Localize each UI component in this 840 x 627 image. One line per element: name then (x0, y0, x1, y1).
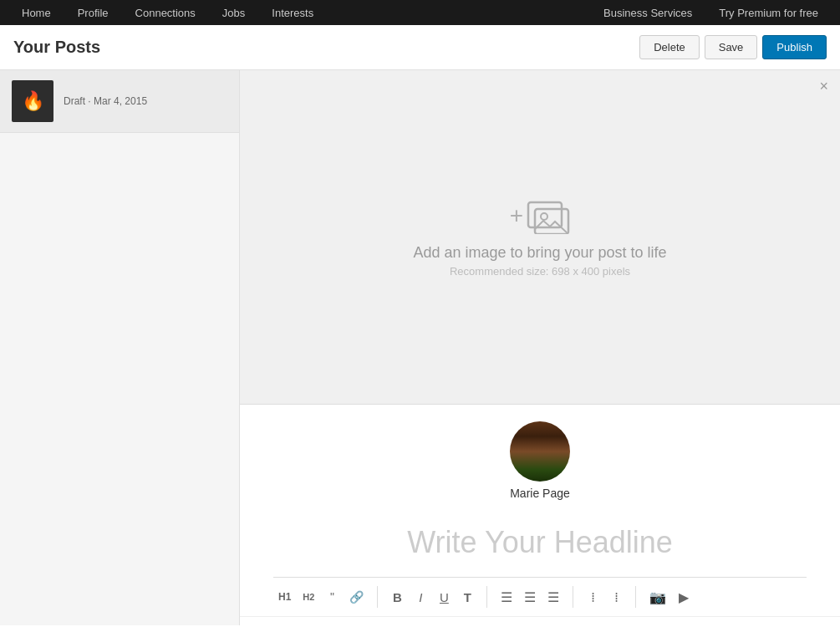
editor-area: × + Add an image to bring your post to l… (240, 70, 840, 625)
link-icon: 🔗 (349, 590, 364, 604)
upload-subtitle: Recommended size: 698 x 400 pixels (450, 265, 630, 278)
nav-profile[interactable]: Profile (64, 0, 122, 25)
nav-left: Home Profile Connections Jobs Interests (8, 0, 327, 25)
author-avatar (510, 421, 570, 482)
close-button[interactable]: × (819, 79, 828, 94)
toolbar-text-style-group: B I U T (378, 586, 487, 608)
toolbar-link-button[interactable]: 🔗 (344, 586, 369, 608)
upload-title[interactable]: Add an image to bring your post to life (413, 244, 666, 262)
save-button[interactable]: Save (705, 35, 758, 59)
navbar: Home Profile Connections Jobs Interests … (0, 0, 840, 25)
toolbar-align-center-button[interactable]: ☰ (519, 586, 541, 608)
align-center-icon: ☰ (524, 589, 536, 605)
nav-interests[interactable]: Interests (258, 0, 327, 25)
publish-button[interactable]: Publish (762, 35, 827, 59)
toolbar-italic-button[interactable]: I (410, 586, 431, 608)
toolbar-h1-button[interactable]: H1 (273, 586, 296, 608)
toolbar-bold-button[interactable]: B (386, 586, 408, 608)
nav-try-premium[interactable]: Try Premium for free (705, 0, 832, 25)
toolbar-ordered-list-button[interactable]: ⁞ (605, 586, 627, 608)
author-section: Marie Page (240, 405, 840, 508)
toolbar-align-group: ☰ ☰ ☰ (487, 586, 573, 608)
nav-right: Business Services Try Premium for free (590, 0, 832, 25)
editor-toolbar: H1 H2 " 🔗 B I U T (240, 578, 840, 617)
writing-area[interactable]: Start writing. (240, 617, 840, 625)
toolbar-align-right-button[interactable]: ☰ (542, 586, 564, 608)
toolbar-play-button[interactable]: ▶ (673, 586, 695, 608)
nav-business-services[interactable]: Business Services (590, 0, 705, 25)
toolbar-underline-button[interactable]: U (433, 586, 455, 608)
align-right-icon: ☰ (547, 589, 559, 605)
image-upload-zone[interactable]: × + Add an image to bring your post to l… (240, 70, 840, 405)
nav-jobs[interactable]: Jobs (209, 0, 258, 25)
flame-icon: 🔥 (22, 90, 44, 112)
delete-button[interactable]: Delete (639, 35, 700, 59)
camera-icon: 📷 (649, 589, 666, 605)
page-header: Your Posts Delete Save Publish (0, 25, 840, 70)
align-left-icon: ☰ (501, 589, 512, 605)
nav-home[interactable]: Home (8, 0, 64, 25)
nav-connections[interactable]: Connections (122, 0, 209, 25)
header-actions: Delete Save Publish (639, 35, 827, 59)
toolbar-heading-group: H1 H2 " 🔗 (273, 586, 378, 608)
toolbar-camera-button[interactable]: 📷 (644, 586, 671, 608)
sidebar-post-meta: Draft · Mar 4, 2015 (64, 95, 147, 107)
image-upload-icon (527, 197, 570, 234)
unordered-list-icon: ⁞ (591, 589, 595, 605)
toolbar-list-group: ⁞ ⁞ (573, 586, 636, 608)
page-title: Your Posts (13, 38, 639, 57)
sidebar-post-thumb: 🔥 (12, 80, 53, 122)
play-icon: ▶ (679, 589, 689, 605)
ordered-list-icon: ⁞ (614, 589, 619, 605)
svg-point-2 (541, 213, 547, 220)
toolbar-text-button[interactable]: T (456, 586, 478, 608)
toolbar-h2-button[interactable]: H2 (298, 586, 319, 608)
toolbar-media-group: 📷 ▶ (636, 586, 703, 608)
sidebar: 🔥 Draft · Mar 4, 2015 (0, 70, 240, 625)
toolbar-align-left-button[interactable]: ☰ (496, 586, 517, 608)
main-container: 🔥 Draft · Mar 4, 2015 × + (0, 70, 840, 625)
toolbar-quote-button[interactable]: " (321, 586, 343, 608)
sidebar-post-status: Draft · Mar 4, 2015 (64, 95, 147, 107)
headline-input[interactable] (273, 525, 807, 560)
upload-icon-group: + (510, 197, 570, 234)
plus-icon: + (510, 202, 523, 229)
toolbar-unordered-list-button[interactable]: ⁞ (582, 586, 603, 608)
headline-section (240, 508, 840, 568)
author-name: Marie Page (510, 487, 570, 500)
sidebar-post-item[interactable]: 🔥 Draft · Mar 4, 2015 (0, 70, 239, 133)
author-avatar-image (510, 421, 570, 482)
